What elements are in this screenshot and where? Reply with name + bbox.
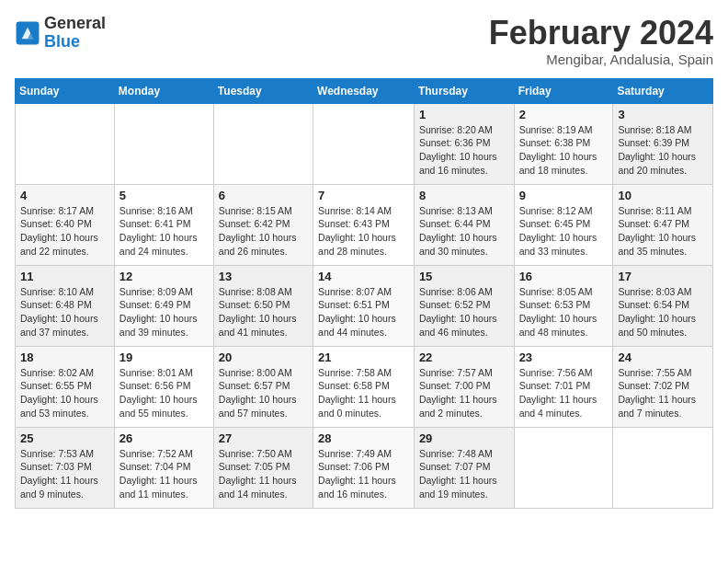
calendar-week-row: 25Sunrise: 7:53 AM Sunset: 7:03 PM Dayli… bbox=[16, 427, 713, 508]
day-number: 2 bbox=[519, 108, 609, 121]
day-number: 10 bbox=[618, 189, 708, 202]
weekday-header: Sunday bbox=[16, 78, 115, 103]
calendar-week-row: 11Sunrise: 8:10 AM Sunset: 6:48 PM Dayli… bbox=[16, 265, 713, 346]
day-info: Sunrise: 8:06 AM Sunset: 6:52 PM Dayligh… bbox=[419, 285, 509, 339]
day-info: Sunrise: 7:49 AM Sunset: 7:06 PM Dayligh… bbox=[318, 447, 409, 501]
calendar-cell: 13Sunrise: 8:08 AM Sunset: 6:50 PM Dayli… bbox=[213, 265, 313, 346]
calendar-cell: 21Sunrise: 7:58 AM Sunset: 6:58 PM Dayli… bbox=[313, 346, 415, 427]
day-info: Sunrise: 8:17 AM Sunset: 6:40 PM Dayligh… bbox=[20, 204, 109, 259]
day-info: Sunrise: 8:20 AM Sunset: 6:36 PM Dayligh… bbox=[419, 123, 509, 178]
calendar-table: SundayMondayTuesdayWednesdayThursdayFrid… bbox=[15, 78, 713, 509]
calendar-cell: 20Sunrise: 8:00 AM Sunset: 6:57 PM Dayli… bbox=[213, 346, 313, 427]
day-number: 25 bbox=[20, 431, 109, 445]
day-number: 28 bbox=[318, 431, 409, 445]
calendar-cell bbox=[16, 103, 115, 184]
calendar-cell: 18Sunrise: 8:02 AM Sunset: 6:55 PM Dayli… bbox=[16, 346, 115, 427]
weekday-row: SundayMondayTuesdayWednesdayThursdayFrid… bbox=[16, 78, 713, 103]
calendar-subtitle: Mengibar, Andalusia, Spain bbox=[489, 52, 713, 67]
calendar-cell: 28Sunrise: 7:49 AM Sunset: 7:06 PM Dayli… bbox=[313, 427, 415, 508]
title-block: February 2024 Mengibar, Andalusia, Spain bbox=[489, 15, 713, 67]
calendar-cell bbox=[313, 103, 415, 184]
page-header: General Blue February 2024 Mengibar, And… bbox=[15, 15, 713, 67]
day-number: 13 bbox=[219, 270, 308, 283]
day-number: 29 bbox=[419, 431, 509, 445]
calendar-cell bbox=[613, 427, 713, 508]
weekday-header: Saturday bbox=[613, 78, 713, 103]
day-info: Sunrise: 8:10 AM Sunset: 6:48 PM Dayligh… bbox=[20, 285, 109, 339]
logo-line1: General bbox=[44, 15, 106, 33]
calendar-cell bbox=[514, 427, 613, 508]
day-info: Sunrise: 7:52 AM Sunset: 7:04 PM Dayligh… bbox=[119, 447, 209, 501]
calendar-week-row: 18Sunrise: 8:02 AM Sunset: 6:55 PM Dayli… bbox=[16, 346, 713, 427]
calendar-cell: 16Sunrise: 8:05 AM Sunset: 6:53 PM Dayli… bbox=[514, 265, 613, 346]
day-info: Sunrise: 8:02 AM Sunset: 6:55 PM Dayligh… bbox=[20, 366, 109, 420]
calendar-cell: 12Sunrise: 8:09 AM Sunset: 6:49 PM Dayli… bbox=[114, 265, 213, 346]
calendar-cell: 4Sunrise: 8:17 AM Sunset: 6:40 PM Daylig… bbox=[16, 184, 115, 265]
logo-icon bbox=[15, 20, 40, 46]
calendar-cell: 27Sunrise: 7:50 AM Sunset: 7:05 PM Dayli… bbox=[213, 427, 313, 508]
day-number: 5 bbox=[119, 189, 209, 202]
calendar-week-row: 4Sunrise: 8:17 AM Sunset: 6:40 PM Daylig… bbox=[16, 184, 713, 265]
calendar-week-row: 1Sunrise: 8:20 AM Sunset: 6:36 PM Daylig… bbox=[16, 103, 713, 184]
day-info: Sunrise: 7:50 AM Sunset: 7:05 PM Dayligh… bbox=[219, 447, 308, 501]
day-info: Sunrise: 7:56 AM Sunset: 7:01 PM Dayligh… bbox=[519, 366, 609, 420]
calendar-header: SundayMondayTuesdayWednesdayThursdayFrid… bbox=[16, 78, 713, 103]
day-number: 7 bbox=[318, 189, 409, 202]
day-number: 11 bbox=[20, 270, 109, 283]
weekday-header: Thursday bbox=[414, 78, 514, 103]
calendar-cell: 25Sunrise: 7:53 AM Sunset: 7:03 PM Dayli… bbox=[16, 427, 115, 508]
day-number: 8 bbox=[419, 189, 509, 202]
day-number: 14 bbox=[318, 270, 409, 283]
weekday-header: Friday bbox=[514, 78, 613, 103]
calendar-cell: 2Sunrise: 8:19 AM Sunset: 6:38 PM Daylig… bbox=[514, 103, 613, 184]
day-number: 26 bbox=[119, 431, 209, 445]
calendar-cell: 29Sunrise: 7:48 AM Sunset: 7:07 PM Dayli… bbox=[414, 427, 514, 508]
day-number: 3 bbox=[618, 108, 708, 121]
day-number: 20 bbox=[219, 350, 308, 364]
calendar-body: 1Sunrise: 8:20 AM Sunset: 6:36 PM Daylig… bbox=[16, 103, 713, 508]
calendar-title: February 2024 bbox=[489, 15, 713, 52]
calendar-cell: 5Sunrise: 8:16 AM Sunset: 6:41 PM Daylig… bbox=[114, 184, 213, 265]
calendar-cell: 17Sunrise: 8:03 AM Sunset: 6:54 PM Dayli… bbox=[613, 265, 713, 346]
calendar-cell: 24Sunrise: 7:55 AM Sunset: 7:02 PM Dayli… bbox=[613, 346, 713, 427]
calendar-cell: 15Sunrise: 8:06 AM Sunset: 6:52 PM Dayli… bbox=[414, 265, 514, 346]
calendar-cell: 9Sunrise: 8:12 AM Sunset: 6:45 PM Daylig… bbox=[514, 184, 613, 265]
day-number: 12 bbox=[119, 270, 209, 283]
calendar-cell: 3Sunrise: 8:18 AM Sunset: 6:39 PM Daylig… bbox=[613, 103, 713, 184]
calendar-cell: 19Sunrise: 8:01 AM Sunset: 6:56 PM Dayli… bbox=[114, 346, 213, 427]
calendar-cell bbox=[213, 103, 313, 184]
weekday-header: Monday bbox=[114, 78, 213, 103]
day-info: Sunrise: 8:00 AM Sunset: 6:57 PM Dayligh… bbox=[219, 366, 308, 420]
calendar-cell: 23Sunrise: 7:56 AM Sunset: 7:01 PM Dayli… bbox=[514, 346, 613, 427]
day-info: Sunrise: 7:55 AM Sunset: 7:02 PM Dayligh… bbox=[618, 366, 708, 420]
calendar-cell: 1Sunrise: 8:20 AM Sunset: 6:36 PM Daylig… bbox=[414, 103, 514, 184]
day-info: Sunrise: 7:53 AM Sunset: 7:03 PM Dayligh… bbox=[20, 447, 109, 501]
day-info: Sunrise: 8:18 AM Sunset: 6:39 PM Dayligh… bbox=[618, 123, 708, 178]
day-info: Sunrise: 7:58 AM Sunset: 6:58 PM Dayligh… bbox=[318, 366, 409, 420]
day-info: Sunrise: 8:14 AM Sunset: 6:43 PM Dayligh… bbox=[318, 204, 409, 259]
day-info: Sunrise: 8:13 AM Sunset: 6:44 PM Dayligh… bbox=[419, 204, 509, 259]
day-info: Sunrise: 8:05 AM Sunset: 6:53 PM Dayligh… bbox=[519, 285, 609, 339]
day-number: 15 bbox=[419, 270, 509, 283]
day-info: Sunrise: 8:01 AM Sunset: 6:56 PM Dayligh… bbox=[119, 366, 209, 420]
calendar-cell: 6Sunrise: 8:15 AM Sunset: 6:42 PM Daylig… bbox=[213, 184, 313, 265]
day-number: 16 bbox=[519, 270, 609, 283]
day-number: 6 bbox=[219, 189, 308, 202]
calendar-cell: 14Sunrise: 8:07 AM Sunset: 6:51 PM Dayli… bbox=[313, 265, 415, 346]
weekday-header: Wednesday bbox=[313, 78, 415, 103]
day-number: 9 bbox=[519, 189, 609, 202]
calendar-cell bbox=[114, 103, 213, 184]
calendar-cell: 8Sunrise: 8:13 AM Sunset: 6:44 PM Daylig… bbox=[414, 184, 514, 265]
calendar-cell: 22Sunrise: 7:57 AM Sunset: 7:00 PM Dayli… bbox=[414, 346, 514, 427]
day-number: 19 bbox=[119, 350, 209, 364]
weekday-header: Tuesday bbox=[213, 78, 313, 103]
day-info: Sunrise: 8:03 AM Sunset: 6:54 PM Dayligh… bbox=[618, 285, 708, 339]
calendar-cell: 11Sunrise: 8:10 AM Sunset: 6:48 PM Dayli… bbox=[16, 265, 115, 346]
day-number: 24 bbox=[618, 350, 708, 364]
day-number: 17 bbox=[618, 270, 708, 283]
day-number: 1 bbox=[419, 108, 509, 121]
day-info: Sunrise: 8:08 AM Sunset: 6:50 PM Dayligh… bbox=[219, 285, 308, 339]
calendar-cell: 7Sunrise: 8:14 AM Sunset: 6:43 PM Daylig… bbox=[313, 184, 415, 265]
day-info: Sunrise: 8:12 AM Sunset: 6:45 PM Dayligh… bbox=[519, 204, 609, 259]
day-info: Sunrise: 8:15 AM Sunset: 6:42 PM Dayligh… bbox=[219, 204, 308, 259]
